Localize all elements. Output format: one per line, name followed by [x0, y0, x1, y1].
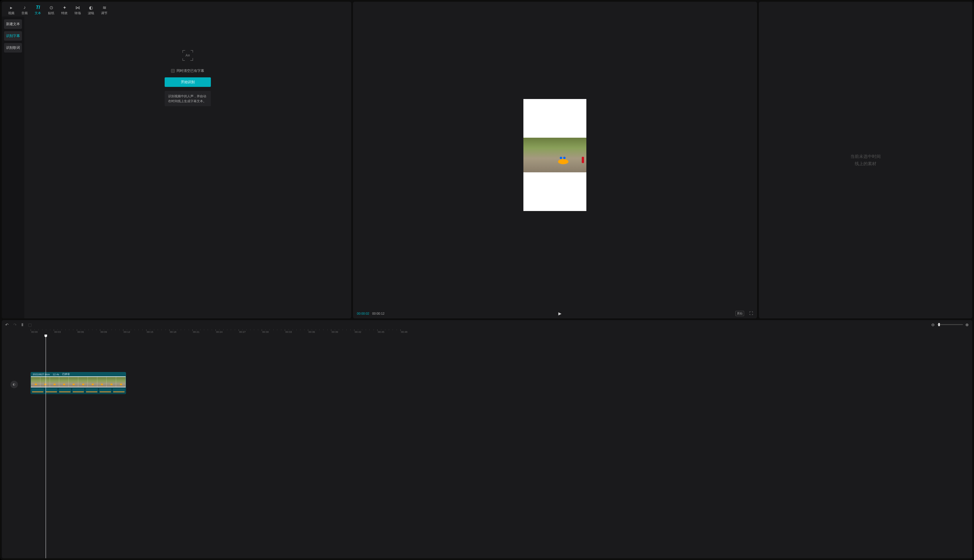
person-shape: [582, 157, 584, 163]
aspect-ratio-button[interactable]: 原始: [735, 311, 744, 316]
current-time: 00:00:02: [357, 312, 369, 315]
tab-icon: ◐: [89, 5, 93, 10]
clear-existing-label: 同时清空已有字幕: [177, 68, 204, 73]
track-controls: ◐: [10, 381, 18, 388]
track-lock-icon[interactable]: ◐: [10, 381, 18, 388]
preview-controls: 00:00:02 00:00:12 ▶ 原始 ⛶: [353, 308, 757, 318]
tab-icon: ⋈: [75, 5, 80, 10]
top-tab-调节[interactable]: ≋调节: [98, 3, 111, 17]
tab-label: 特效: [61, 11, 68, 15]
play-icon[interactable]: ▶: [558, 311, 561, 316]
top-tabs: ▸视频♪音频TI文本⊙贴纸✦特效⋈转场◐滤镜≋调节: [2, 2, 351, 17]
start-recognition-button[interactable]: 开始识别: [165, 77, 211, 87]
tab-label: 滤镜: [88, 11, 94, 15]
subtitle-scan-icon: A≡: [184, 51, 192, 60]
zoom-in-icon[interactable]: ⊕: [965, 322, 969, 327]
tab-label: 文本: [35, 11, 41, 15]
top-tab-转场[interactable]: ⋈转场: [71, 3, 84, 17]
tab-icon: ✦: [63, 5, 67, 10]
video-thumbnail: [523, 138, 586, 172]
top-tab-滤镜[interactable]: ◐滤镜: [84, 3, 98, 17]
preview-area[interactable]: [353, 2, 757, 308]
play-button-wrap: ▶: [388, 311, 733, 316]
fullscreen-icon[interactable]: ⛶: [749, 311, 753, 315]
tracks-area[interactable]: ◐ 20210627.mov 12.4s 已静音: [2, 335, 972, 558]
time-ruler[interactable]: 00:0000:0300:0600:0900:1200:1500:1800:21…: [2, 329, 972, 335]
side-item-2[interactable]: 识别歌词: [4, 43, 22, 53]
tab-label: 转场: [75, 11, 81, 15]
clip-audio-track: [31, 387, 126, 394]
top-tab-贴纸[interactable]: ⊙贴纸: [45, 3, 58, 17]
tab-icon: ≋: [102, 5, 106, 10]
tab-icon: ⊙: [49, 5, 53, 10]
top-tab-音频[interactable]: ♪音频: [18, 3, 31, 17]
raft-shape: [558, 159, 568, 164]
clip-mute-label: 已静音: [62, 372, 70, 376]
video-frame: [523, 99, 586, 211]
clip-duration: 12.4s: [53, 373, 59, 376]
undo-icon[interactable]: ↶: [5, 322, 9, 327]
recognition-hint: 识别视频中的人声，并自动在时间线上生成字幕文本。: [165, 91, 211, 106]
side-item-0[interactable]: 新建文本: [4, 19, 22, 29]
total-time: 00:00:12: [372, 312, 384, 315]
app-root: ▸视频♪音频TI文本⊙贴纸✦特效⋈转场◐滤镜≋调节 新建文本识别字幕识别歌词 A…: [0, 0, 974, 560]
side-item-1[interactable]: 识别字幕: [4, 31, 22, 41]
tab-label: 贴纸: [48, 11, 54, 15]
subtitle-recognition-panel: A≡ 同时清空已有字幕 开始识别 识别视频中的人声，并自动在时间线上生成字幕文本…: [24, 17, 351, 318]
clear-existing-checkbox[interactable]: [171, 69, 175, 73]
clip-thumbnails: [31, 377, 126, 387]
top-tab-文本[interactable]: TI文本: [31, 3, 45, 17]
empty-line-2: 线上的素材: [850, 160, 881, 167]
subtitle-icon-text: A≡: [185, 53, 190, 57]
tab-icon: ▸: [10, 5, 12, 10]
redo-icon[interactable]: ↷: [13, 322, 17, 327]
clip-filename: 20210627.mov: [33, 373, 50, 376]
zoom-controls: ⊖ ⊕: [931, 322, 969, 327]
tab-icon: ♪: [23, 5, 26, 10]
top-tab-视频[interactable]: ▸视频: [5, 3, 18, 17]
properties-panel: 当前未选中时间 线上的素材: [759, 2, 972, 318]
empty-line-1: 当前未选中时间: [850, 153, 881, 160]
tab-label: 视频: [8, 11, 15, 15]
video-clip[interactable]: 20210627.mov 12.4s 已静音: [31, 372, 126, 394]
split-icon[interactable]: Ⅱ: [22, 322, 23, 327]
zoom-slider[interactable]: [937, 324, 963, 325]
clear-existing-row[interactable]: 同时清空已有字幕: [171, 68, 204, 73]
tab-icon: TI: [36, 5, 40, 10]
side-list: 新建文本识别字幕识别歌词: [2, 17, 24, 318]
tab-label: 调节: [101, 11, 107, 15]
delete-icon[interactable]: ▢: [28, 322, 32, 327]
tab-label: 音频: [22, 11, 28, 15]
top-tab-特效[interactable]: ✦特效: [58, 3, 71, 17]
zoom-slider-thumb[interactable]: [938, 323, 940, 326]
left-body: 新建文本识别字幕识别歌词 A≡ 同时清空已有字幕 开始识别 识别视频中的人声，并…: [2, 17, 351, 318]
media-panel: ▸视频♪音频TI文本⊙贴纸✦特效⋈转场◐滤镜≋调节 新建文本识别字幕识别歌词 A…: [2, 2, 351, 318]
zoom-out-icon[interactable]: ⊖: [931, 322, 935, 327]
upper-row: ▸视频♪音频TI文本⊙贴纸✦特效⋈转场◐滤镜≋调节 新建文本识别字幕识别歌词 A…: [0, 0, 974, 319]
timeline-panel: ↶ ↷ Ⅱ ▢ ⊖ ⊕ 00:0000:0300:0600:0900:1200:…: [2, 320, 972, 558]
preview-panel: 00:00:02 00:00:12 ▶ 原始 ⛶: [353, 2, 757, 318]
timeline-toolbar: ↶ ↷ Ⅱ ▢ ⊖ ⊕: [2, 320, 972, 329]
clip-header: 20210627.mov 12.4s 已静音: [31, 372, 126, 377]
empty-selection-message: 当前未选中时间 线上的素材: [850, 153, 881, 167]
lower-row: ↶ ↷ Ⅱ ▢ ⊖ ⊕ 00:0000:0300:0600:0900:1200:…: [0, 319, 974, 560]
